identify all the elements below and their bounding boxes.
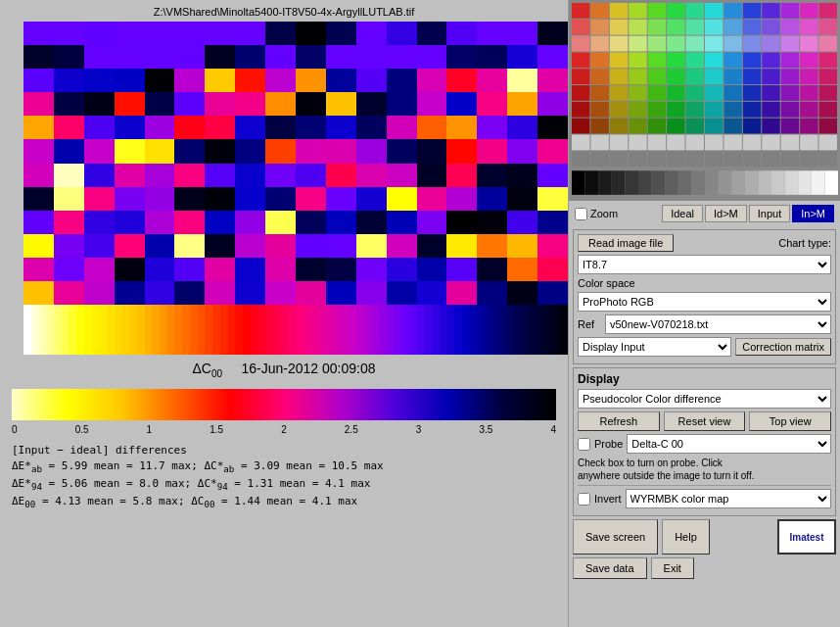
tab-in-m[interactable]: In>M <box>792 205 834 222</box>
color-space-label: Color space <box>578 277 635 289</box>
color-chart <box>569 0 840 201</box>
invert-label: Invert <box>594 493 622 505</box>
main-image <box>23 22 568 355</box>
delta-label: ΔC00 16-Jun-2012 00:09:08 <box>0 355 568 385</box>
refresh-button[interactable]: Refresh <box>578 411 660 431</box>
image-chart-section: Read image file Chart type: IT8.7 Color … <box>573 229 836 364</box>
ref-label: Ref <box>578 318 601 330</box>
exit-button[interactable]: Exit <box>651 557 694 579</box>
delta-date: 16-Jun-2012 00:09:08 <box>242 361 376 376</box>
display-input-row: Display Input Correction matrix <box>578 337 831 357</box>
colormap-select[interactable]: WYRMBK color map <box>626 489 831 508</box>
invert-row: Invert WYRMBK color map <box>578 489 831 508</box>
bottom-row-2: Save data Exit <box>573 557 836 579</box>
stats-text: [Input − ideal] differences ΔE*ab = 5.99… <box>12 443 556 511</box>
zoom-check[interactable] <box>575 208 587 220</box>
divider <box>578 485 831 486</box>
imatest-logo: Imatest <box>777 519 836 555</box>
tab-input[interactable]: Input <box>749 205 790 222</box>
file-title: Z:\VMShared\Minolta5400-IT8V50-4x-Argyll… <box>0 0 568 22</box>
view-buttons-row: Refresh Reset view Top view <box>578 411 831 431</box>
display-input-select[interactable]: Display Input <box>578 337 731 357</box>
zoom-checkbox[interactable]: Zoom <box>575 208 618 220</box>
invert-check[interactable] <box>578 493 590 506</box>
display-value-select[interactable]: Pseudocolor Color difference <box>578 389 831 409</box>
zoom-label: Zoom <box>590 208 618 219</box>
display-value-row: Pseudocolor Color difference <box>578 389 831 409</box>
reset-view-button[interactable]: Reset view <box>664 411 746 431</box>
chart-type-row: IT8.7 <box>578 255 831 274</box>
stats-line4: ΔE00 = 4.13 mean = 5.8 max; ΔC00 = 1.44 … <box>12 494 556 511</box>
stats-line1: [Input − ideal] differences <box>12 443 556 459</box>
probe-check[interactable] <box>578 438 590 451</box>
color-space-select[interactable]: ProPhoto RGB <box>578 292 831 312</box>
display-section: Display Pseudocolor Color difference Ref… <box>573 367 836 516</box>
chart-type-select[interactable]: IT8.7 <box>578 255 831 274</box>
colorbar-canvas <box>12 389 556 420</box>
probe-row: Probe Delta-C 00 <box>578 434 831 454</box>
imatest-text: Imatest <box>789 532 823 543</box>
probe-hint: Check box to turn on probe. Clickanywher… <box>578 457 831 482</box>
probe-select[interactable]: Delta-C 00 <box>627 434 831 454</box>
heatmap-canvas <box>23 22 568 355</box>
ref-row: Ref v50new-V070218.txt <box>578 314 831 334</box>
left-panel: Z:\VMShared\Minolta5400-IT8V50-4x-Argyll… <box>0 0 568 627</box>
top-view-button[interactable]: Top view <box>749 411 831 431</box>
chart-image <box>569 0 840 201</box>
color-space-label-row: Color space <box>578 277 831 289</box>
stats-line2: ΔE*ab = 5.99 mean = 11.7 max; ΔC*ab = 3.… <box>12 458 556 476</box>
display-title: Display <box>578 372 831 386</box>
tab-ideal[interactable]: Ideal <box>662 205 703 222</box>
stats-line3: ΔE*94 = 5.06 mean = 8.0 max; ΔC*94 = 1.3… <box>12 476 556 494</box>
save-screen-button[interactable]: Save screen <box>573 519 658 555</box>
color-space-row: ProPhoto RGB <box>578 292 831 312</box>
tab-group: Ideal Id>M Input In>M <box>622 205 834 222</box>
tab-id-m[interactable]: Id>M <box>705 205 747 222</box>
chart-type-label: Chart type: <box>778 237 831 249</box>
help-button[interactable]: Help <box>662 519 710 555</box>
read-image-row: Read image file Chart type: <box>578 234 831 252</box>
save-data-button[interactable]: Save data <box>573 557 647 579</box>
probe-label: Probe <box>594 438 623 450</box>
delta-symbol: ΔC00 <box>192 361 222 376</box>
bottom-row-1: Save screen Help Imatest <box>573 519 836 555</box>
colorbar <box>12 389 556 420</box>
right-panel: Zoom Ideal Id>M Input In>M Read image fi… <box>568 0 840 627</box>
zoom-row: Zoom Ideal Id>M Input In>M <box>569 201 840 226</box>
colorbar-labels: 0 0.5 1 1.5 2 2.5 3 3.5 4 <box>12 424 556 435</box>
read-image-button[interactable]: Read image file <box>578 234 674 252</box>
ref-select[interactable]: v50new-V070218.txt <box>605 314 831 334</box>
correction-matrix-button[interactable]: Correction matrix <box>735 338 831 356</box>
